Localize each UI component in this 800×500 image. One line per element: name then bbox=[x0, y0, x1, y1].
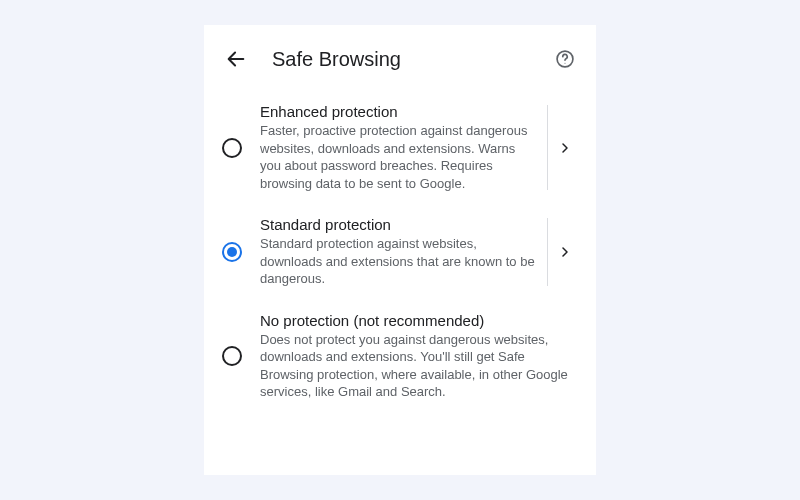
radio-no-protection[interactable] bbox=[222, 346, 242, 366]
help-button[interactable] bbox=[552, 46, 578, 72]
chevron-right-icon bbox=[559, 142, 571, 154]
settings-card: Safe Browsing Enhanced protection Faster… bbox=[204, 25, 596, 475]
radio-enhanced[interactable] bbox=[222, 138, 242, 158]
option-description: Does not protect you against dangerous w… bbox=[260, 331, 572, 401]
radio-col bbox=[222, 346, 260, 366]
vertical-divider bbox=[547, 218, 548, 286]
option-text: Standard protection Standard protection … bbox=[260, 216, 541, 288]
option-description: Standard protection against websites, do… bbox=[260, 235, 535, 288]
option-enhanced-protection[interactable]: Enhanced protection Faster, proactive pr… bbox=[222, 103, 578, 192]
chevron-right-icon bbox=[559, 246, 571, 258]
option-text: Enhanced protection Faster, proactive pr… bbox=[260, 103, 541, 192]
svg-point-2 bbox=[565, 63, 566, 64]
arrow-left-icon bbox=[225, 48, 247, 70]
help-icon bbox=[555, 49, 575, 69]
option-title: Enhanced protection bbox=[260, 103, 535, 120]
radio-col bbox=[222, 138, 260, 158]
vertical-divider bbox=[547, 105, 548, 190]
option-text: No protection (not recommended) Does not… bbox=[260, 312, 578, 401]
option-standard-protection[interactable]: Standard protection Standard protection … bbox=[222, 216, 578, 288]
back-button[interactable] bbox=[222, 45, 250, 73]
option-title: No protection (not recommended) bbox=[260, 312, 572, 329]
options-list: Enhanced protection Faster, proactive pr… bbox=[222, 103, 578, 401]
header-bar: Safe Browsing bbox=[222, 37, 578, 81]
radio-standard[interactable] bbox=[222, 242, 242, 262]
option-title: Standard protection bbox=[260, 216, 535, 233]
detail-button-standard[interactable] bbox=[552, 246, 578, 258]
detail-button-enhanced[interactable] bbox=[552, 142, 578, 154]
option-description: Faster, proactive protection against dan… bbox=[260, 122, 535, 192]
radio-col bbox=[222, 242, 260, 262]
page-title: Safe Browsing bbox=[272, 48, 552, 71]
option-no-protection[interactable]: No protection (not recommended) Does not… bbox=[222, 312, 578, 401]
